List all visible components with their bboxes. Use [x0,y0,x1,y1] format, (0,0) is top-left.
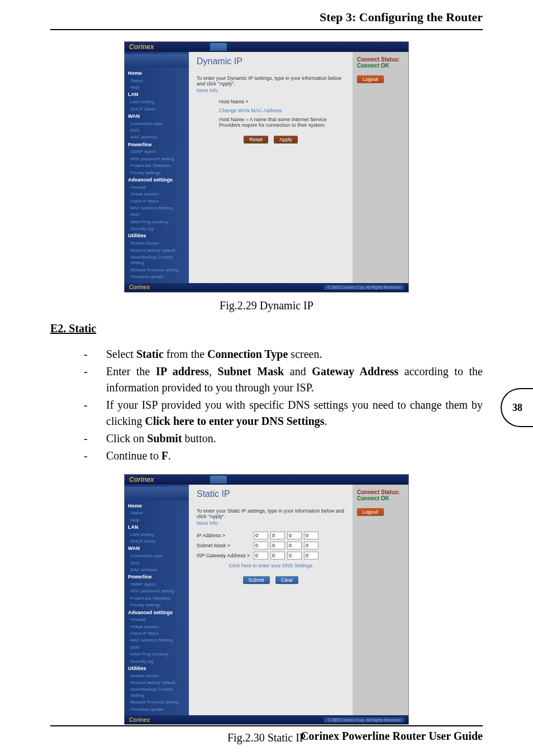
nav-firmware[interactable]: Firmware update [125,274,189,280]
gw-octet-2[interactable] [270,552,285,559]
nav-virtsrv[interactable]: Virtual servers [125,191,189,198]
reset-button[interactable]: Reset [244,136,268,143]
nav-advanced[interactable]: Advanced settings [125,609,189,617]
ss-footer: Corinex © 2003 Corinex Corp. All Rights … [125,283,408,292]
nav-save-backup[interactable]: Save/Backup Current Setting [125,686,189,699]
nav-home[interactable]: Home [125,503,189,510]
nav-nek[interactable]: NEK password setting [125,156,189,162]
nav-seclog[interactable]: Security log [125,658,189,665]
panel-title: Dynamic IP [197,56,345,66]
nav-wanping[interactable]: WAN Ping blocking [125,219,189,226]
clear-button[interactable]: Clear [275,576,299,584]
nav-seclog[interactable]: Security log [125,226,189,232]
page-number-badge: 38 [501,388,533,427]
nav-help[interactable]: Help [125,517,189,524]
more-info-link[interactable]: More Info [197,88,345,93]
nav-restart[interactable]: Restart Router [125,673,189,680]
nav-powerline[interactable]: Powerline [125,141,189,149]
submit-button[interactable]: Submit [243,576,270,584]
sidebar: Home Status Help LAN LAN Setting DHCP Cl… [125,485,189,716]
nav-priority[interactable]: Priority settings [125,170,189,176]
nav-clientip[interactable]: Client IP filters [125,630,189,637]
brand-logo: Corinex [129,43,154,51]
nav-save-backup[interactable]: Save/Backup Current Setting [125,254,189,267]
nav-wan[interactable]: WAN [125,113,189,121]
nav-lan[interactable]: LAN [125,91,189,99]
ip-octet-2[interactable] [270,532,285,539]
nav-wan[interactable]: WAN [125,545,189,553]
nav-firewall[interactable]: Firewall [125,616,189,623]
connect-status-value: Connect OK [357,495,389,501]
nav-macfilter[interactable]: MAC address filtering [125,205,189,212]
nav-firewall[interactable]: Firewall [125,184,189,191]
subnet-octet-2[interactable] [270,542,285,549]
nav-lan-setting[interactable]: LAN Setting [125,99,189,106]
dash-icon: - [84,448,106,464]
nav-priority[interactable]: Priority settings [125,602,189,609]
nav-restore-prev[interactable]: Restore Previous setting [125,267,189,274]
change-mac-link[interactable]: Change WAN MAC Address [219,108,345,113]
nav-snmp[interactable]: SNMP Agent [125,581,189,588]
nav-macfilter[interactable]: MAC address filtering [125,637,189,644]
nav-help[interactable]: Help [125,84,189,91]
gateway-label: ISP Gateway Address > [197,553,253,558]
ip-octet-3[interactable] [287,532,302,539]
nav-mac-addr[interactable]: MAC address [125,567,189,573]
subnet-octet-1[interactable] [254,542,268,549]
main-panel: Static IP To enter your Static IP settin… [189,485,353,716]
nav-snmp[interactable]: SNMP Agent [125,149,189,155]
footer-brand: Corinex [129,284,150,290]
nav-conn-type[interactable]: Connection type [125,553,189,559]
nav-plstats[interactable]: PowerLine Statistics [125,595,189,602]
nav-advanced[interactable]: Advanced settings [125,176,189,184]
gw-octet-1[interactable] [254,552,268,559]
right-panel: Connect Status: Connect OK Logout [353,52,408,283]
nav-restore-prev[interactable]: Restore Previous setting [125,699,189,706]
sidebar-image [125,54,189,68]
nav-utilities[interactable]: Utilities [125,665,189,673]
nav-firmware[interactable]: Firmware update [125,706,189,713]
logout-button[interactable]: Logout [357,75,384,83]
footer-brand: Corinex [129,717,150,723]
subnet-octet-3[interactable] [287,542,302,549]
ip-octet-4[interactable] [304,532,318,539]
nav-mac-addr[interactable]: MAC address [125,134,189,141]
nav-plstats[interactable]: PowerLine Statistics [125,162,189,169]
subnet-octet-4[interactable] [304,542,318,549]
nav-nek[interactable]: NEK password setting [125,588,189,595]
nav-status[interactable]: Status [125,510,189,516]
ip-octet-1[interactable] [254,532,268,539]
subnet-label: Subnet Mask > [197,543,253,548]
nav-lan[interactable]: LAN [125,524,189,532]
gw-octet-4[interactable] [304,552,318,559]
gw-octet-3[interactable] [287,552,302,559]
nav-lan-setting[interactable]: LAN Setting [125,532,189,538]
nav-wanping[interactable]: WAN Ping blocking [125,651,189,658]
nav-dhcp-client[interactable]: DHCP Client [125,106,189,113]
nav-restore-factory[interactable]: Restore factory default [125,247,189,254]
apply-button[interactable]: Apply [274,136,298,143]
nav-virtsrv[interactable]: Virtual servers [125,624,189,630]
ss-topbar: Corinex [125,475,408,485]
nav-conn-type[interactable]: Connection type [125,121,189,127]
nav-powerline[interactable]: Powerline [125,573,189,581]
more-info-link[interactable]: More Info [197,520,345,526]
nav-utilities[interactable]: Utilities [125,232,189,240]
logout-button[interactable]: Logout [357,508,384,516]
nav-status[interactable]: Status [125,78,189,84]
hostname-desc: Host Name = A name that some Internet Se… [219,117,345,128]
nav-dmz[interactable]: DMZ [125,644,189,651]
nav-dmz[interactable]: DMZ [125,212,189,218]
dash-icon: - [84,430,106,447]
nav-dhcp-client[interactable]: DHCP Client [125,538,189,545]
nav-dns[interactable]: DNS [125,127,189,134]
nav-restore-factory[interactable]: Restore factory default [125,680,189,686]
figure-caption-1: Fig.2.29 Dynamic IP [50,299,483,312]
ss-footer: Corinex © 2003 Corinex Corp. All Rights … [125,715,408,724]
nav-home[interactable]: Home [125,70,189,78]
nav-restart[interactable]: Restart Router [125,240,189,247]
dns-settings-link[interactable]: Click here to enter your DNS Settings [197,563,345,568]
nav-clientip[interactable]: Client IP filters [125,198,189,205]
instructions: To enter your Static IP settings, type i… [197,508,345,519]
nav-dns[interactable]: DNS [125,560,189,567]
